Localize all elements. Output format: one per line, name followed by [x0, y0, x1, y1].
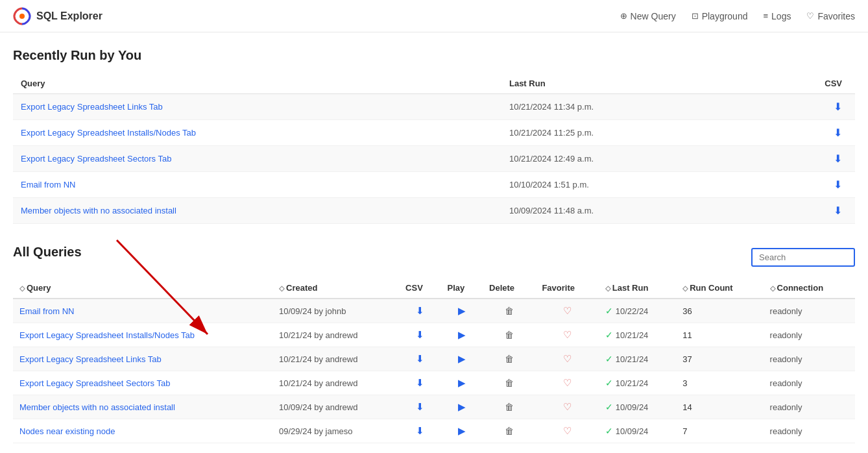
- all-run-count: 37: [676, 347, 763, 371]
- all-connection: readonly: [764, 347, 855, 371]
- status-ok-icon: ✓: [605, 426, 613, 436]
- all-last-run: ✓10/21/24: [599, 347, 676, 371]
- all-query-name: Email from NN: [13, 299, 272, 323]
- all-favorite-button[interactable]: ♡: [535, 347, 598, 371]
- recent-query-name: Export Legacy Spreadsheet Installs/Nodes…: [13, 120, 501, 146]
- recent-csv-download[interactable]: ⬇: [758, 198, 855, 224]
- all-delete-button[interactable]: 🗑: [483, 419, 535, 443]
- new-query-icon: ⊕: [620, 11, 627, 21]
- all-query-name: Nodes near existing node: [13, 419, 272, 443]
- all-csv-download[interactable]: ⬇: [399, 347, 440, 371]
- sql-explorer-logo-icon: [13, 7, 31, 25]
- all-play-button[interactable]: ▶: [441, 299, 483, 323]
- recent-table-row: Export Legacy Spreadsheet Links Tab 10/2…: [13, 94, 855, 120]
- recent-table-row: Member objects with no associated instal…: [13, 198, 855, 224]
- all-queries-table-row: Export Legacy Spreadsheet Installs/Nodes…: [13, 323, 855, 347]
- all-favorite-button[interactable]: ♡: [535, 323, 598, 347]
- all-play-button[interactable]: ▶: [441, 347, 483, 371]
- all-csv-download[interactable]: ⬇: [399, 299, 440, 323]
- all-last-run: ✓10/09/24: [599, 395, 676, 419]
- new-query-link[interactable]: ⊕ New Query: [620, 11, 676, 21]
- all-csv-download[interactable]: ⬇: [399, 323, 440, 347]
- search-input[interactable]: [751, 248, 855, 267]
- recent-csv-download[interactable]: ⬇: [758, 146, 855, 172]
- all-favorite-button[interactable]: ♡: [535, 419, 598, 443]
- all-last-run: ✓10/21/24: [599, 323, 676, 347]
- all-play-button[interactable]: ▶: [441, 395, 483, 419]
- recent-last-run: 10/21/2024 11:34 p.m.: [501, 94, 758, 120]
- status-ok-icon: ✓: [605, 306, 613, 316]
- all-queries-table-row: Member objects with no associated instal…: [13, 395, 855, 419]
- all-delete-button[interactable]: 🗑: [483, 323, 535, 347]
- recently-run-table: Query Last Run CSV Export Legacy Spreads…: [13, 73, 855, 224]
- all-play-button[interactable]: ▶: [441, 419, 483, 443]
- all-queries-title: All Queries: [13, 245, 82, 260]
- header: SQL Explorer ⊕ New Query ⊡ Playground ≡ …: [0, 0, 868, 32]
- all-last-run: ✓10/21/24: [599, 371, 676, 395]
- all-run-count: 14: [676, 395, 763, 419]
- all-play-button[interactable]: ▶: [441, 371, 483, 395]
- all-query-name: Export Legacy Spreadsheet Sectors Tab: [13, 371, 272, 395]
- status-ok-icon: ✓: [605, 378, 613, 388]
- main-nav: ⊕ New Query ⊡ Playground ≡ Logs ♡ Favori…: [620, 11, 855, 21]
- all-queries-table-row: Nodes near existing node 09/29/24 by jam…: [13, 419, 855, 443]
- all-delete-button[interactable]: 🗑: [483, 347, 535, 371]
- playground-link[interactable]: ⊡ Playground: [692, 11, 748, 21]
- recent-query-name: Email from NN: [13, 172, 501, 198]
- recent-col-lastrun: Last Run: [501, 73, 758, 94]
- recent-query-name: Export Legacy Spreadsheet Links Tab: [13, 94, 501, 120]
- all-col-favorite: Favorite: [535, 278, 598, 299]
- all-csv-download[interactable]: ⬇: [399, 371, 440, 395]
- all-run-count: 3: [676, 371, 763, 395]
- all-play-button[interactable]: ▶: [441, 323, 483, 347]
- all-last-run: ✓10/22/24: [599, 299, 676, 323]
- recent-last-run: 10/10/2024 1:51 p.m.: [501, 172, 758, 198]
- all-created: 09/29/24 by jameso: [272, 419, 399, 443]
- recent-csv-download[interactable]: ⬇: [758, 120, 855, 146]
- all-delete-button[interactable]: 🗑: [483, 395, 535, 419]
- all-query-name: Member objects with no associated instal…: [13, 395, 272, 419]
- all-created: 10/09/24 by andrewd: [272, 395, 399, 419]
- all-created: 10/21/24 by andrewd: [272, 323, 399, 347]
- all-favorite-button[interactable]: ♡: [535, 299, 598, 323]
- recent-col-csv: CSV: [758, 73, 855, 94]
- all-delete-button[interactable]: 🗑: [483, 371, 535, 395]
- playground-icon: ⊡: [692, 11, 699, 21]
- all-delete-button[interactable]: 🗑: [483, 299, 535, 323]
- all-col-query: ◇Query: [13, 278, 272, 299]
- all-favorite-button[interactable]: ♡: [535, 371, 598, 395]
- all-queries-table-row: Email from NN 10/09/24 by johnb ⬇ ▶ 🗑 ♡ …: [13, 299, 855, 323]
- recent-csv-download[interactable]: ⬇: [758, 94, 855, 120]
- recent-last-run: 10/21/2024 12:49 a.m.: [501, 146, 758, 172]
- all-col-delete: Delete: [483, 278, 535, 299]
- all-connection: readonly: [764, 299, 855, 323]
- all-queries-header-row: ◇Query ◇Created CSV Play Delete Favorite…: [13, 278, 855, 299]
- all-query-name: Export Legacy Spreadsheet Links Tab: [13, 347, 272, 371]
- recent-col-query: Query: [13, 73, 501, 94]
- all-run-count: 11: [676, 323, 763, 347]
- recent-csv-download[interactable]: ⬇: [758, 172, 855, 198]
- all-col-lastrun: ◇Last Run: [599, 278, 676, 299]
- recent-table-row: Export Legacy Spreadsheet Sectors Tab 10…: [13, 146, 855, 172]
- status-ok-icon: ✓: [605, 402, 613, 412]
- favorites-link[interactable]: ♡ Favorites: [806, 11, 855, 21]
- all-queries-table-row: Export Legacy Spreadsheet Links Tab 10/2…: [13, 347, 855, 371]
- all-csv-download[interactable]: ⬇: [399, 419, 440, 443]
- logs-link[interactable]: ≡ Logs: [763, 11, 791, 21]
- all-queries-table: ◇Query ◇Created CSV Play Delete Favorite…: [13, 278, 855, 443]
- recently-run-title: Recently Run by You: [13, 48, 855, 63]
- recent-table-row: Export Legacy Spreadsheet Installs/Nodes…: [13, 120, 855, 146]
- status-ok-icon: ✓: [605, 330, 613, 340]
- all-created: 10/21/24 by andrewd: [272, 347, 399, 371]
- status-ok-icon: ✓: [605, 354, 613, 364]
- app-logo: SQL Explorer: [13, 7, 102, 25]
- all-col-created: ◇Created: [272, 278, 399, 299]
- all-queries-table-row: Export Legacy Spreadsheet Sectors Tab 10…: [13, 371, 855, 395]
- all-col-runcount: ◇Run Count: [676, 278, 763, 299]
- all-run-count: 7: [676, 419, 763, 443]
- recent-table-row: Email from NN 10/10/2024 1:51 p.m. ⬇: [13, 172, 855, 198]
- app-title: SQL Explorer: [36, 10, 102, 22]
- all-favorite-button[interactable]: ♡: [535, 395, 598, 419]
- all-csv-download[interactable]: ⬇: [399, 395, 440, 419]
- all-col-play: Play: [441, 278, 483, 299]
